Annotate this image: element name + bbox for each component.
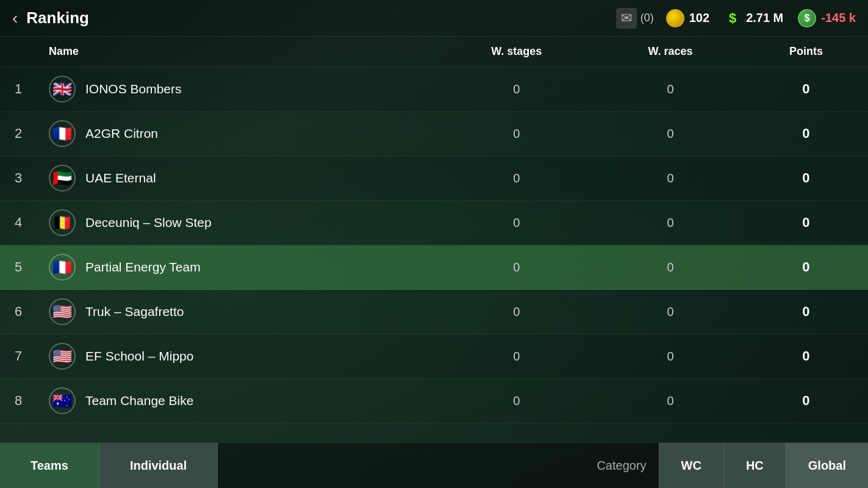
table-row[interactable]: 6 🇺🇸 Truk – Sagafretto 0 0 0 [0, 290, 868, 334]
coins-item: 102 [666, 9, 709, 27]
flag-icon: 🇺🇸 [49, 343, 76, 370]
w-stages-cell: 0 [436, 334, 597, 379]
team-name: Truk – Sagafretto [85, 304, 184, 319]
rank-cell: 2 [0, 112, 37, 156]
team-cell: 🇧🇪 Deceuniq – Slow Step [37, 201, 436, 245]
col-name: Name [37, 37, 436, 67]
points-cell: 0 [744, 156, 868, 201]
w-races-cell: 0 [597, 67, 744, 112]
w-stages-cell: 0 [436, 156, 597, 201]
tab-individual[interactable]: Individual [99, 443, 218, 488]
rank-cell: 3 [0, 156, 37, 201]
dollar-icon: $ [724, 10, 741, 27]
currency-section: 102 $ 2.71 M $ -145 k [666, 9, 856, 27]
w-stages-cell: 0 [436, 201, 597, 245]
team-cell: 🇺🇸 Truk – Sagafretto [37, 290, 436, 334]
table-row[interactable]: 7 🇺🇸 EF School – Mippo 0 0 0 [0, 334, 868, 379]
w-races-cell: 0 [597, 201, 744, 245]
table-row[interactable]: 1 🇬🇧 IONOS Bombers 0 0 0 [0, 67, 868, 112]
mail-section: ✉ (0) [616, 8, 654, 29]
w-stages-cell: 0 [436, 379, 597, 423]
coin-icon [666, 9, 684, 27]
tab-group: Teams Individual [0, 443, 218, 488]
rank-cell: 8 [0, 379, 37, 423]
rank-cell: 1 [0, 67, 37, 112]
w-races-cell: 0 [597, 156, 744, 201]
team-name: Team Change Bike [85, 393, 193, 408]
team-cell: 🇦🇺 Team Change Bike [37, 379, 436, 423]
table-row[interactable]: 2 🇫🇷 A2GR Citron 0 0 0 [0, 112, 868, 156]
flag-icon: 🇺🇸 [49, 298, 76, 325]
col-points: Points [744, 37, 868, 67]
flag-icon: 🇦🇪 [49, 165, 76, 192]
green-dollar-icon: $ [798, 9, 816, 27]
table-row[interactable]: 3 🇦🇪 UAE Eternal 0 0 0 [0, 156, 868, 201]
team-name: IONOS Bombers [85, 82, 182, 96]
points-cell: 0 [744, 67, 868, 112]
filter-hc-button[interactable]: HC [723, 443, 786, 488]
money-item: $ 2.71 M [724, 10, 783, 27]
filter-category-label: Category [584, 459, 658, 473]
flag-icon: 🇬🇧 [49, 76, 76, 102]
team-cell: 🇺🇸 EF School – Mippo [37, 334, 436, 379]
back-button[interactable]: ‹ [12, 10, 18, 27]
team-name: Deceuniq – Slow Step [85, 215, 212, 230]
tab-teams[interactable]: Teams [0, 443, 99, 488]
w-races-cell: 0 [597, 245, 744, 290]
rank-cell: 7 [0, 334, 37, 379]
table-row[interactable]: 4 🇧🇪 Deceuniq – Slow Step 0 0 0 [0, 201, 868, 245]
team-cell: 🇬🇧 IONOS Bombers [37, 67, 436, 112]
team-name: Partial Energy Team [85, 260, 201, 274]
balance-value: -145 k [821, 11, 856, 25]
points-cell: 0 [744, 379, 868, 423]
coins-value: 102 [689, 11, 709, 25]
points-cell: 0 [744, 112, 868, 156]
w-races-cell: 0 [597, 334, 744, 379]
flag-icon: 🇧🇪 [49, 209, 76, 236]
w-stages-cell: 0 [436, 290, 597, 334]
mail-icon[interactable]: ✉ [616, 8, 637, 29]
filter-global-button[interactable]: Global [786, 443, 868, 488]
balance-item: $ -145 k [798, 9, 856, 27]
flag-icon: 🇦🇺 [49, 387, 76, 414]
filter-group: Category WC HC Global [584, 443, 868, 488]
w-races-cell: 0 [597, 112, 744, 156]
w-races-cell: 0 [597, 290, 744, 334]
bottom-bar: Teams Individual Category WC HC Global [0, 442, 868, 488]
ranking-table: Name W. stages W. races Points 1 🇬🇧 IONO… [0, 37, 868, 423]
col-rank [0, 37, 37, 67]
team-cell: 🇦🇪 UAE Eternal [37, 156, 436, 201]
team-cell: 🇫🇷 A2GR Citron [37, 112, 436, 156]
points-cell: 0 [744, 201, 868, 245]
w-stages-cell: 0 [436, 112, 597, 156]
table-row[interactable]: 8 🇦🇺 Team Change Bike 0 0 0 [0, 379, 868, 423]
rank-cell: 4 [0, 201, 37, 245]
filter-wc-button[interactable]: WC [659, 443, 723, 488]
points-cell: 0 [744, 290, 868, 334]
col-w-stages: W. stages [436, 37, 597, 67]
team-name: A2GR Citron [85, 126, 158, 141]
table-row[interactable]: 5 🇫🇷 Partial Energy Team 0 0 0 [0, 245, 868, 290]
flag-icon: 🇫🇷 [49, 120, 76, 147]
rank-cell: 5 [0, 245, 37, 290]
money-value: 2.71 M [746, 11, 783, 25]
w-stages-cell: 0 [436, 67, 597, 112]
rank-cell: 6 [0, 290, 37, 334]
table-header-row: Name W. stages W. races Points [0, 37, 868, 67]
points-cell: 0 [744, 245, 868, 290]
flag-icon: 🇫🇷 [49, 254, 76, 281]
points-cell: 0 [744, 334, 868, 379]
team-name: UAE Eternal [85, 171, 156, 185]
w-races-cell: 0 [597, 379, 744, 423]
w-stages-cell: 0 [436, 245, 597, 290]
ranking-table-area: Name W. stages W. races Points 1 🇬🇧 IONO… [0, 37, 868, 442]
team-cell: 🇫🇷 Partial Energy Team [37, 245, 436, 290]
mail-count: (0) [640, 12, 654, 24]
header: ‹ Ranking ✉ (0) 102 $ 2.71 M $ -145 k [0, 0, 868, 37]
page-title: Ranking [26, 9, 89, 27]
col-w-races: W. races [597, 37, 744, 67]
team-name: EF School – Mippo [85, 349, 193, 364]
